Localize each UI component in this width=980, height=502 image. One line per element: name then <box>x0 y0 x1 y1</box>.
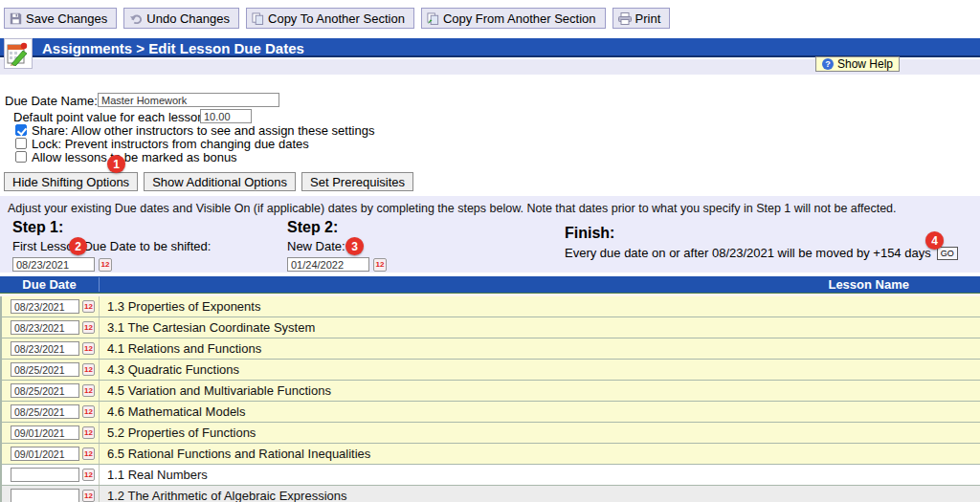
due-date-column-header: Due Date <box>0 277 100 292</box>
annotation-badge-2: 2 <box>69 237 87 255</box>
step1-block: Step 1: First Lesson Due Date to be shif… <box>12 219 211 272</box>
checkbox-label: Lock: Prevent instructors from changing … <box>32 137 309 151</box>
lesson-name-cell: 5.2 Properties of Functions <box>100 426 256 440</box>
step1-calendar-icon[interactable]: 12 <box>99 258 112 272</box>
lesson-name-column-header: Lesson Name <box>100 277 980 292</box>
option-buttons: Hide Shifting OptionsShow Additional Opt… <box>4 172 413 191</box>
settings-checkboxes: Share: Allow other instructors to see an… <box>15 123 374 164</box>
show-help-button[interactable]: ? Show Help <box>815 56 900 72</box>
due-date-cell: 12 <box>2 465 100 485</box>
row-calendar-icon[interactable]: 12 <box>82 384 95 397</box>
checkbox-label: Share: Allow other instructors to see an… <box>32 123 374 138</box>
table-row: 12 3.1 The Cartesian Coordinate System <box>0 317 980 338</box>
checkbox[interactable] <box>15 124 27 136</box>
row-date-input[interactable] <box>11 299 79 314</box>
finish-block: Finish: Every due date on or after 08/23… <box>565 225 958 260</box>
checkbox-label: Allow lessons to be marked as bonus <box>32 150 237 164</box>
annotation-badge-4: 4 <box>925 231 944 250</box>
table-header: Due Date Lesson Name <box>0 276 980 294</box>
due-date-cell: 12 <box>2 486 100 502</box>
due-date-cell: 12 <box>2 296 100 316</box>
row-calendar-icon[interactable]: 12 <box>82 321 95 334</box>
save-icon <box>10 12 22 25</box>
step1-label: First Lesson Due Date to be shifted: <box>12 239 211 253</box>
step2-calendar-icon[interactable]: 12 <box>373 258 387 272</box>
checkbox[interactable] <box>15 138 27 149</box>
row-date-input[interactable] <box>11 468 79 482</box>
row-date-input[interactable] <box>11 362 79 377</box>
row-calendar-icon[interactable]: 12 <box>82 490 95 502</box>
annotation-badge-1: 1 <box>107 155 125 173</box>
due-date-name-label: Due Date Name: <box>5 94 98 108</box>
show-additional-options-button[interactable]: Show Additional Options <box>144 172 296 191</box>
finish-title: Finish: <box>565 225 958 242</box>
assignments-calendar-icon <box>4 38 33 69</box>
due-date-name-input[interactable] <box>98 93 279 107</box>
default-point-input[interactable] <box>200 109 252 123</box>
lesson-name-cell: 4.3 Quadratic Functions <box>100 362 239 377</box>
row-date-input[interactable] <box>11 341 79 356</box>
row-calendar-icon[interactable]: 12 <box>82 342 95 355</box>
due-date-cell: 12 <box>2 317 100 338</box>
row-date-input[interactable] <box>11 383 79 398</box>
copy-to-button[interactable]: Copy To Another Section <box>246 8 414 29</box>
due-date-cell: 12 <box>2 360 100 380</box>
table-row: 12 4.3 Quadratic Functions <box>0 360 980 381</box>
set-prerequisites-button[interactable]: Set Prerequisites <box>301 172 413 191</box>
checkbox-row: Share: Allow other instructors to see an… <box>15 123 374 137</box>
row-calendar-icon[interactable]: 12 <box>82 447 95 460</box>
lesson-name-cell: 4.5 Variation and Multivariable Function… <box>100 383 331 398</box>
table-row: 12 6.5 Rational Functions and Rational I… <box>0 444 980 465</box>
due-date-cell: 12 <box>2 381 100 401</box>
table-row: 12 4.6 Mathematical Models <box>0 402 980 423</box>
lesson-name-cell: 4.6 Mathematical Models <box>100 404 246 419</box>
print-button[interactable]: Print <box>612 8 671 29</box>
edit-lesson-due-dates-page: Save Changes Undo Changes Copy To Anothe… <box>0 0 980 502</box>
save-button[interactable]: Save Changes <box>4 8 117 29</box>
lesson-name-cell: 6.5 Rational Functions and Rational Ineq… <box>100 447 370 461</box>
shifting-options-panel: Adjust your existing Due dates and Visib… <box>0 196 980 273</box>
table-row: 12 1.1 Real Numbers <box>0 465 980 486</box>
step2-block: Step 2: New Date: 12 <box>287 219 387 272</box>
row-calendar-icon[interactable]: 12 <box>82 469 95 481</box>
row-calendar-icon[interactable]: 12 <box>82 363 95 376</box>
table-row: 12 4.5 Variation and Multivariable Funct… <box>0 381 980 402</box>
undo-icon <box>129 12 143 24</box>
row-date-input[interactable] <box>11 426 79 440</box>
step1-date-input[interactable] <box>12 257 95 272</box>
table-row: 12 5.2 Properties of Functions <box>0 423 980 444</box>
due-date-cell: 12 <box>2 338 100 359</box>
annotation-badge-3: 3 <box>345 237 364 255</box>
due-date-cell: 12 <box>2 402 100 422</box>
checkbox-row: Allow lessons to be marked as bonus <box>15 150 374 164</box>
undo-button[interactable]: Undo Changes <box>123 8 239 29</box>
copy-from-button[interactable]: Copy From Another Section <box>421 8 606 29</box>
toolbar: Save Changes Undo Changes Copy To Anothe… <box>4 8 670 29</box>
step2-title: Step 2: <box>287 219 387 236</box>
lesson-name-cell: 4.1 Relations and Functions <box>100 341 261 356</box>
help-question-icon: ? <box>822 58 834 70</box>
step1-title: Step 1: <box>12 219 211 236</box>
row-date-input[interactable] <box>11 320 79 335</box>
print-icon <box>618 12 632 25</box>
shift-intro-text: Adjust your existing Due dates and Visib… <box>8 202 897 215</box>
row-date-input[interactable] <box>11 489 79 502</box>
checkbox[interactable] <box>15 151 27 163</box>
row-calendar-icon[interactable]: 12 <box>82 405 95 418</box>
row-date-input[interactable] <box>11 404 79 419</box>
lesson-name-cell: 1.2 The Arithmetic of Algebraic Expressi… <box>100 489 347 502</box>
step2-date-input[interactable] <box>287 257 369 272</box>
go-button[interactable]: GO <box>937 247 958 260</box>
row-calendar-icon[interactable]: 12 <box>82 426 95 439</box>
lesson-name-cell: 3.1 The Cartesian Coordinate System <box>100 320 315 335</box>
lesson-name-cell: 1.3 Properties of Exponents <box>100 299 260 314</box>
hide-shifting-options-button[interactable]: Hide Shifting Options <box>4 172 138 191</box>
page-title: Assignments > Edit Lesson Due Dates <box>42 40 304 56</box>
table-row: 12 1.3 Properties of Exponents <box>0 296 980 317</box>
row-date-input[interactable] <box>11 447 79 461</box>
copy-from-icon <box>427 12 439 25</box>
row-calendar-icon[interactable]: 12 <box>82 300 95 313</box>
lesson-table: Due Date Lesson Name 12 1.3 Properties o… <box>0 276 980 502</box>
lesson-name-cell: 1.1 Real Numbers <box>100 468 208 482</box>
due-date-cell: 12 <box>2 444 100 464</box>
